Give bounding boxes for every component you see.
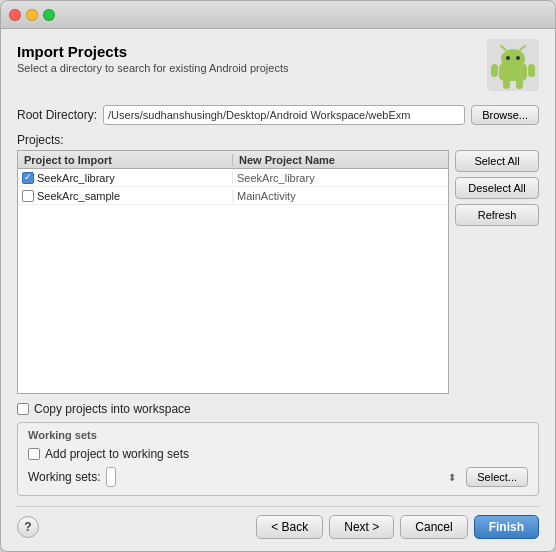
titlebar [1,1,555,29]
main-content: Import Projects Select a directory to se… [1,29,555,551]
copy-projects-label: Copy projects into workspace [34,402,191,416]
new-name-cell-1: MainActivity [233,190,448,202]
project-cell-0: SeekArc_library [18,172,233,184]
table-row[interactable]: SeekArc_library SeekArc_library [18,169,448,187]
project-name-1: SeekArc_sample [37,190,120,202]
page-title: Import Projects [17,43,288,60]
bottom-left: ? [17,516,39,538]
maximize-button[interactable] [43,9,55,21]
traffic-lights [9,9,55,21]
new-name-cell-0: SeekArc_library [233,172,448,184]
browse-button[interactable]: Browse... [471,105,539,125]
android-logo [487,39,539,91]
select-working-set-button[interactable]: Select... [466,467,528,487]
svg-rect-8 [528,64,535,77]
working-sets-section: Working sets Add project to working sets… [17,422,539,496]
row-checkbox-0[interactable] [22,172,34,184]
page-subtitle: Select a directory to search for existin… [17,62,288,74]
header: Import Projects Select a directory to se… [17,43,539,91]
svg-rect-10 [516,79,523,89]
projects-table: Project to Import New Project Name SeekA… [17,150,449,394]
table-action-buttons: Select All Deselect All Refresh [455,150,539,394]
help-button[interactable]: ? [17,516,39,538]
working-sets-select[interactable] [106,467,116,487]
back-button[interactable]: < Back [256,515,323,539]
working-sets-select-row: Working sets: Select... [28,467,528,487]
svg-point-4 [516,56,520,60]
add-working-set-row: Add project to working sets [28,447,528,461]
new-project-name-0: SeekArc_library [237,172,315,184]
working-sets-label: Working sets: [28,470,100,484]
header-text: Import Projects Select a directory to se… [17,43,288,74]
deselect-all-button[interactable]: Deselect All [455,177,539,199]
svg-point-3 [506,56,510,60]
refresh-button[interactable]: Refresh [455,204,539,226]
bottom-bar: ? < Back Next > Cancel Finish [17,506,539,539]
next-button[interactable]: Next > [329,515,394,539]
root-directory-label: Root Directory: [17,108,97,122]
row-checkbox-1[interactable] [22,190,34,202]
copy-projects-checkbox[interactable] [17,403,29,415]
root-directory-input[interactable] [103,105,465,125]
svg-point-2 [501,49,525,69]
svg-rect-9 [503,79,510,89]
project-name-0: SeekArc_library [37,172,115,184]
add-working-set-label: Add project to working sets [45,447,189,461]
svg-rect-7 [491,64,498,77]
import-projects-window: Import Projects Select a directory to se… [0,0,556,552]
finish-button[interactable]: Finish [474,515,539,539]
select-all-button[interactable]: Select All [455,150,539,172]
col-new-name: New Project Name [233,154,448,166]
copy-projects-row: Copy projects into workspace [17,402,539,416]
minimize-button[interactable] [26,9,38,21]
col-project-name: Project to Import [18,154,233,166]
table-header: Project to Import New Project Name [18,151,448,169]
project-cell-1: SeekArc_sample [18,190,233,202]
projects-label: Projects: [17,133,539,147]
add-working-set-checkbox[interactable] [28,448,40,460]
projects-area: Project to Import New Project Name SeekA… [17,150,539,394]
cancel-button[interactable]: Cancel [400,515,467,539]
working-sets-select-wrapper [106,467,460,487]
bottom-buttons: < Back Next > Cancel Finish [256,515,539,539]
table-row[interactable]: SeekArc_sample MainActivity [18,187,448,205]
table-body: SeekArc_library SeekArc_library SeekArc_… [18,169,448,393]
close-button[interactable] [9,9,21,21]
root-directory-row: Root Directory: Browse... [17,105,539,125]
new-project-name-1: MainActivity [237,190,296,202]
working-sets-title: Working sets [28,429,528,441]
